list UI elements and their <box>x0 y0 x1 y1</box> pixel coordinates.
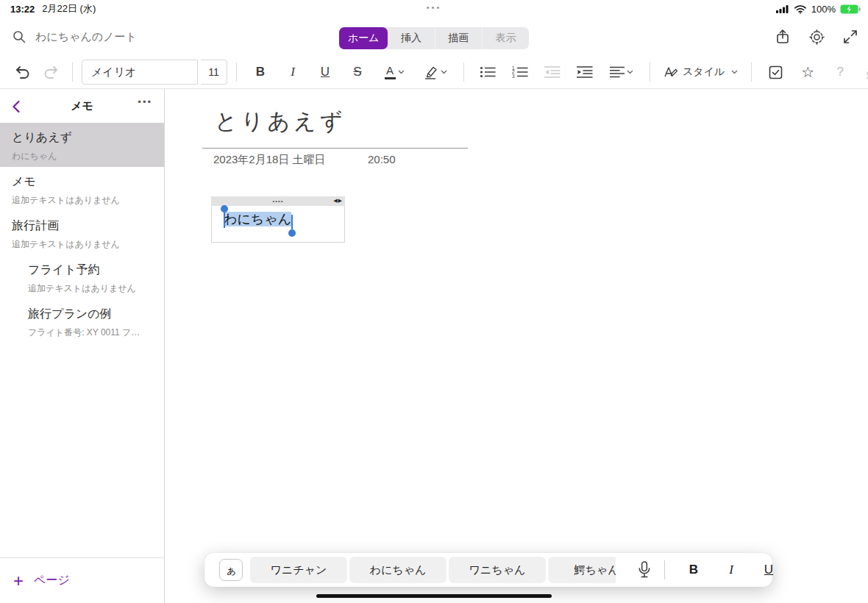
kb-italic-button[interactable]: I <box>719 557 744 582</box>
outdent-button[interactable] <box>538 60 567 85</box>
help-button[interactable]: ? <box>825 60 855 85</box>
numbered-list-button[interactable]: 1 2 3 <box>505 60 535 85</box>
status-bar: 13:22 2月22日 (水) ••• 100% <box>0 0 868 18</box>
settings-button[interactable] <box>808 24 825 49</box>
back-chevron-icon <box>9 99 25 115</box>
divider <box>664 560 665 579</box>
page-list-item[interactable]: フライト予約 追加テキストはありません <box>0 255 164 299</box>
alignment-button[interactable] <box>602 60 641 85</box>
selection-handle-start[interactable] <box>221 205 228 228</box>
styles-label: スタイル <box>683 65 725 79</box>
tab-insert[interactable]: 挿入 <box>388 27 435 49</box>
page-list-sidebar: メモ ••• とりあえず わにちゃん メモ 追加テキストはありません 旅行計画 … <box>0 89 165 603</box>
undo-button[interactable] <box>10 60 35 85</box>
page-item-subtitle: 追加テキストはありません <box>12 238 152 251</box>
bullet-list-button[interactable] <box>473 60 502 85</box>
onenote-app: 13:22 2月22日 (水) ••• 100% <box>0 0 868 603</box>
strikethrough-button[interactable]: S <box>343 60 372 85</box>
note-nav-arrows[interactable]: ◀▶ <box>333 198 343 204</box>
redo-button[interactable] <box>38 60 63 85</box>
suggestion-chip[interactable]: 鰐ちゃん <box>548 557 616 583</box>
align-left-icon <box>610 66 625 78</box>
font-color-icon: A <box>385 65 396 79</box>
suggestion-chip[interactable]: ワニちゃん <box>449 557 546 583</box>
divider <box>650 63 650 82</box>
italic-button[interactable]: I <box>278 60 307 85</box>
indent-icon <box>577 65 593 79</box>
styles-button[interactable]: スタイル <box>659 60 742 85</box>
format-eraser-button[interactable] <box>858 60 868 85</box>
page-list-item[interactable]: とりあえず わにちゃん <box>0 123 164 167</box>
page-title[interactable]: とりあえず <box>215 107 346 137</box>
kana-toggle-button[interactable]: ぁ <box>219 559 243 581</box>
top-bar: わにちゃんのノート ホーム 挿入 描画 表示 <box>0 18 868 56</box>
suggestion-chip[interactable]: ワニチャン <box>250 557 347 583</box>
multitask-indicator[interactable]: ••• <box>427 3 442 12</box>
more-options-button[interactable]: ••• <box>138 96 152 107</box>
page-item-title: フライト予約 <box>28 263 152 278</box>
share-icon <box>775 29 791 45</box>
page-item-title: 旅行プランの例 <box>28 307 152 322</box>
divider <box>463 63 464 82</box>
plus-icon: + <box>13 572 24 590</box>
add-page-button[interactable]: + ページ <box>0 557 164 603</box>
dictation-button[interactable] <box>636 560 652 579</box>
bold-button[interactable]: B <box>246 60 275 85</box>
tab-draw[interactable]: 描画 <box>435 27 482 49</box>
kb-underline-button[interactable]: U <box>756 557 781 582</box>
todo-checkbox-icon <box>769 65 783 79</box>
notebook-title[interactable]: わにちゃんのノート <box>35 30 137 44</box>
divider <box>72 63 73 82</box>
note-text[interactable]: わにちゃん <box>224 210 291 228</box>
page-list-item[interactable]: 旅行プランの例 フライト番号: XY 0011 フ… <box>0 299 164 343</box>
page-list-item[interactable]: メモ 追加テキストはありません <box>0 167 164 211</box>
undo-icon <box>15 64 31 80</box>
font-size-select[interactable]: 11 <box>201 60 227 85</box>
chevron-down-icon <box>441 70 447 74</box>
note-body[interactable]: わにちゃん <box>211 206 345 243</box>
page-item-subtitle: わにちゃん <box>12 150 152 163</box>
bullet-list-icon <box>480 65 496 79</box>
keyboard-suggestion-bar: ぁ ワニチャン わにちゃん ワニちゃん 鰐ちゃん B I U <box>204 553 772 587</box>
page-list-item[interactable]: 旅行計画 追加テキストはありません <box>0 211 164 255</box>
ribbon-tabs: ホーム 挿入 描画 表示 <box>339 27 529 49</box>
gear-icon <box>808 29 825 46</box>
note-drag-handle[interactable]: •••• ◀▶ <box>211 196 345 206</box>
note-container: •••• ◀▶ わにちゃん <box>211 196 345 243</box>
selection-handle-end[interactable] <box>288 215 296 237</box>
mic-icon <box>636 560 652 579</box>
suggestions: ワニチャン わにちゃん ワニちゃん 鰐ちゃん <box>250 557 616 583</box>
chevron-down-icon <box>627 70 633 74</box>
page-item-title: メモ <box>12 174 152 190</box>
indent-button[interactable] <box>570 60 600 85</box>
styles-icon <box>664 65 678 79</box>
page-list: とりあえず わにちゃん メモ 追加テキストはありません 旅行計画 追加テキストは… <box>0 123 164 343</box>
expand-button[interactable] <box>842 24 859 49</box>
page-item-title: とりあえず <box>12 130 152 146</box>
page-canvas[interactable]: とりあえず 2023年2月18日 土曜日 20:50 •••• ◀▶ わにちゃん <box>165 89 868 603</box>
font-name-select[interactable]: メイリオ <box>82 60 198 85</box>
title-underline <box>202 148 468 149</box>
page-item-title: 旅行計画 <box>12 218 152 234</box>
underline-button[interactable]: U <box>310 60 340 85</box>
suggestion-chip[interactable]: わにちゃん <box>349 557 447 583</box>
divider <box>751 63 752 82</box>
cellular-signal-icon <box>776 4 789 13</box>
search-icon[interactable] <box>10 28 28 46</box>
back-button[interactable] <box>9 98 26 115</box>
page-item-subtitle: フライト番号: XY 0011 フ… <box>28 327 152 339</box>
font-color-button[interactable]: A <box>375 60 413 85</box>
expand-icon <box>842 29 858 45</box>
page-item-subtitle: 追加テキストはありません <box>12 194 152 207</box>
home-indicator[interactable] <box>316 594 552 598</box>
tab-home[interactable]: ホーム <box>339 27 388 49</box>
font-name-value: メイリオ <box>91 65 136 79</box>
star-tag-button[interactable]: ☆ <box>793 60 822 85</box>
tab-view[interactable]: 表示 <box>482 27 529 49</box>
highlighter-button[interactable] <box>416 60 455 85</box>
page-date: 2023年2月18日 土曜日 <box>213 153 326 167</box>
todo-tag-button[interactable] <box>761 60 790 85</box>
kb-bold-button[interactable]: B <box>681 557 706 582</box>
eraser-icon <box>864 65 868 79</box>
share-button[interactable] <box>774 24 791 49</box>
